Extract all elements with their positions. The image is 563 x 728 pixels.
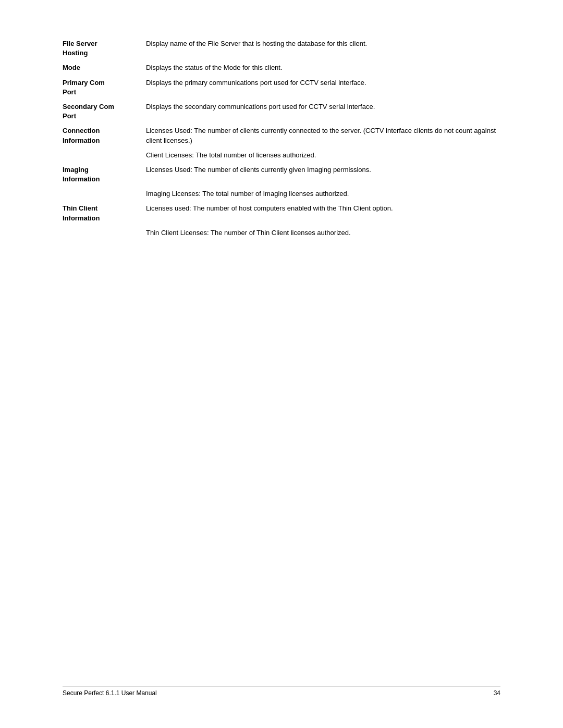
mode-label: Mode bbox=[63, 60, 146, 75]
footer-right: 34 bbox=[494, 689, 500, 697]
secondary-com-port-description: Displays the secondary communications po… bbox=[146, 100, 500, 124]
thin-client-information-extra-row-0: Thin Client Licenses: The number of Thin… bbox=[63, 226, 500, 240]
connection-information-label: ConnectionInformation bbox=[63, 124, 146, 147]
thin-client-information-description: Licenses used: The number of host comput… bbox=[146, 201, 500, 225]
connection-information-extra-label-0 bbox=[63, 148, 146, 163]
footer: Secure Perfect 6.1.1 User Manual 34 bbox=[63, 686, 500, 697]
connection-information-extra-row-0: Client Licenses: The total number of lic… bbox=[63, 148, 500, 163]
table-row: ModeDisplays the status of the Mode for … bbox=[63, 60, 500, 75]
connection-information-extra-desc-0: Client Licenses: The total number of lic… bbox=[146, 148, 500, 163]
content-table: File ServerHostingDisplay name of the Fi… bbox=[63, 36, 500, 240]
imaging-information-label: ImagingInformation bbox=[63, 163, 146, 187]
thin-client-information-extra-label-0 bbox=[63, 226, 146, 240]
table-row: ConnectionInformationLicenses Used: The … bbox=[63, 124, 500, 147]
thin-client-information-extra-desc-0: Thin Client Licenses: The number of Thin… bbox=[146, 226, 500, 240]
footer-left: Secure Perfect 6.1.1 User Manual bbox=[63, 689, 157, 697]
table-row: File ServerHostingDisplay name of the Fi… bbox=[63, 36, 500, 60]
file-server-hosting-description: Display name of the File Server that is … bbox=[146, 36, 500, 60]
imaging-information-extra-label-0 bbox=[63, 187, 146, 201]
page-container: File ServerHostingDisplay name of the Fi… bbox=[0, 0, 563, 728]
file-server-hosting-label: File ServerHosting bbox=[63, 36, 146, 60]
connection-information-description: Licenses Used: The number of clients cur… bbox=[146, 124, 500, 147]
thin-client-information-label: Thin ClientInformation bbox=[63, 201, 146, 225]
table-row: Thin ClientInformationLicenses used: The… bbox=[63, 201, 500, 225]
secondary-com-port-label: Secondary ComPort bbox=[63, 100, 146, 124]
primary-com-port-label: Primary ComPort bbox=[63, 76, 146, 100]
table-row: Secondary ComPortDisplays the secondary … bbox=[63, 100, 500, 124]
primary-com-port-description: Displays the primary communications port… bbox=[146, 76, 500, 100]
table-row: Primary ComPortDisplays the primary comm… bbox=[63, 76, 500, 100]
mode-description: Displays the status of the Mode for this… bbox=[146, 60, 500, 75]
imaging-information-extra-row-0: Imaging Licenses: The total number of Im… bbox=[63, 187, 500, 201]
imaging-information-description: Licenses Used: The number of clients cur… bbox=[146, 163, 500, 187]
imaging-information-extra-desc-0: Imaging Licenses: The total number of Im… bbox=[146, 187, 500, 201]
table-row: ImagingInformationLicenses Used: The num… bbox=[63, 163, 500, 187]
